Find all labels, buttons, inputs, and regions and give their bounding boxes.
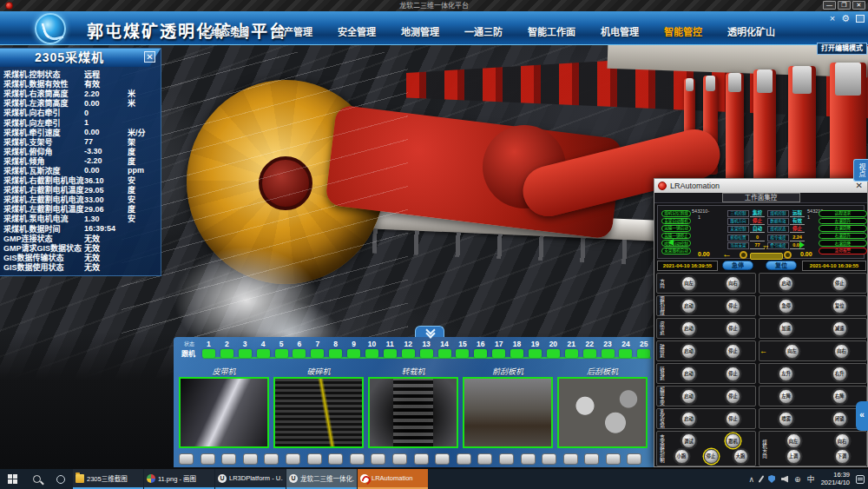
support-cell[interactable]: 17 — [490, 340, 508, 358]
settings-gear-icon[interactable]: ⚙ — [841, 13, 850, 23]
support-cell[interactable]: 13 — [418, 340, 436, 358]
ime-indicator[interactable]: 中 — [807, 473, 815, 485]
cortana-button[interactable] — [49, 469, 73, 489]
support-cell[interactable]: 8 — [326, 340, 345, 358]
support-cell[interactable]: 14 — [436, 340, 454, 358]
support-cell[interactable]: 7 — [308, 340, 326, 358]
camera-feed[interactable]: 后刮板机 — [557, 366, 648, 448]
support-cell[interactable]: 12 — [399, 340, 418, 358]
status-cell[interactable] — [606, 453, 621, 465]
tab-workface-control[interactable]: 工作面集控 — [722, 193, 800, 202]
control-button[interactable]: 停止 — [704, 449, 719, 464]
control-button[interactable]: 启动 — [681, 344, 696, 359]
estop-pill-button[interactable]: 急停 — [722, 261, 753, 270]
control-button[interactable]: 大跑 — [733, 449, 748, 464]
support-cell[interactable]: 1 — [200, 340, 218, 358]
support-cell[interactable]: 21 — [562, 340, 581, 358]
control-button[interactable]: 停止 — [726, 367, 740, 381]
status-cell[interactable] — [328, 453, 343, 465]
drum-control-button[interactable]: 右滚筒升 — [819, 233, 867, 240]
status-cell[interactable] — [392, 453, 407, 465]
control-button[interactable]: 向左 — [681, 276, 696, 291]
control-button[interactable]: 停止 — [726, 299, 740, 314]
taskbar-task[interactable]: LRAutomation — [358, 469, 428, 489]
status-cell[interactable] — [201, 453, 215, 465]
tools-close-icon[interactable]: × — [830, 13, 835, 23]
status-cell[interactable] — [563, 453, 578, 465]
status-cell[interactable] — [499, 453, 514, 465]
control-button[interactable]: 启动 — [681, 321, 696, 336]
support-cell[interactable]: 11 — [381, 340, 399, 358]
control-button[interactable]: 向左 — [786, 433, 801, 448]
support-cell[interactable]: 10 — [363, 340, 381, 358]
support-cell[interactable]: 2 — [218, 340, 236, 358]
support-cell[interactable]: 23 — [599, 340, 617, 358]
status-cell[interactable] — [435, 453, 450, 465]
support-cell[interactable]: 4 — [254, 340, 273, 358]
support-cell[interactable]: 25 — [635, 340, 653, 358]
status-cell[interactable] — [477, 453, 492, 465]
control-button[interactable]: 小跑 — [674, 449, 689, 464]
camera-video-thumbnail[interactable] — [463, 377, 553, 448]
status-cell[interactable] — [264, 453, 279, 465]
nav-item[interactable]: 地测管理 — [401, 24, 439, 38]
support-cell[interactable]: 20 — [544, 340, 562, 358]
control-button[interactable]: 向右 — [835, 433, 850, 448]
collapse-down-tab[interactable] — [415, 326, 444, 337]
speaker-icon[interactable] — [781, 476, 788, 483]
control-button[interactable]: 闭锁 — [832, 412, 847, 426]
control-button[interactable]: 停止 — [832, 276, 847, 291]
lr-titlebar[interactable]: LRAutomation ✕ — [654, 179, 867, 193]
nav-item[interactable]: 一通三防 — [464, 24, 503, 38]
auto-mode-button[interactable]: 运输一键停止 — [661, 233, 691, 240]
auto-mode-button[interactable]: 运输一键启动 — [661, 225, 691, 232]
nav-item[interactable]: 三维态势图 — [201, 24, 249, 38]
notification-center-icon[interactable] — [856, 475, 865, 484]
control-button[interactable]: 喷雾 — [779, 412, 793, 426]
support-cell[interactable]: 3 — [236, 340, 254, 358]
status-cell[interactable] — [221, 453, 236, 465]
taskbar-task[interactable]: LR3DPlatform - U... — [215, 469, 286, 489]
control-button[interactable]: 停止 — [726, 389, 740, 404]
camera-video-thumbnail[interactable] — [368, 377, 458, 448]
support-cell[interactable]: 9 — [345, 340, 363, 358]
nav-item[interactable]: 透明化矿山 — [727, 24, 775, 38]
status-cell[interactable] — [371, 453, 385, 465]
camera-feed[interactable]: 破碎机 — [273, 366, 364, 448]
control-button[interactable]: 启动 — [779, 276, 793, 291]
control-button[interactable]: 右降 — [832, 389, 847, 404]
control-button[interactable]: 启动 — [681, 389, 696, 404]
tray-expand-icon[interactable]: ∧ — [748, 475, 754, 484]
nav-item[interactable]: 智能管控 — [664, 24, 702, 38]
control-button[interactable]: 跟机 — [726, 433, 740, 448]
status-cell[interactable] — [521, 453, 536, 465]
control-button[interactable]: 复位 — [832, 299, 847, 314]
camera-video-thumbnail[interactable] — [557, 377, 648, 448]
lr-close-icon[interactable]: ✕ — [856, 181, 863, 191]
status-cell[interactable] — [286, 453, 300, 465]
pen-icon[interactable] — [759, 475, 765, 483]
taskbar-task[interactable]: 龙软二三维一体化... — [286, 469, 357, 489]
camera-video-thumbnail[interactable] — [179, 377, 269, 448]
status-cell[interactable] — [307, 453, 322, 465]
control-button[interactable]: 下调 — [835, 449, 850, 464]
drum-control-button[interactable]: 左滚筒升 — [819, 218, 867, 225]
taskbar-task[interactable]: 2305三维截图 — [73, 469, 143, 489]
control-button[interactable]: 停止 — [726, 321, 740, 336]
control-button[interactable]: 向右 — [726, 276, 740, 291]
support-cell[interactable]: 24 — [616, 340, 635, 358]
control-button[interactable]: 启动 — [681, 367, 696, 381]
status-cell[interactable] — [414, 453, 429, 465]
nav-item[interactable]: 生产管理 — [274, 24, 312, 38]
status-cell[interactable] — [243, 453, 258, 465]
control-button[interactable]: 右升 — [832, 367, 847, 381]
control-button[interactable]: 减速 — [832, 321, 847, 336]
nav-item[interactable]: 机电管理 — [601, 24, 639, 38]
control-button[interactable]: 左升 — [779, 367, 793, 381]
control-button[interactable]: 调试 — [681, 433, 696, 448]
taskbar-task[interactable]: 11.png - 画图 — [144, 469, 214, 489]
drum-control-button[interactable]: 左滚筒降 — [819, 225, 867, 232]
camera-feed[interactable]: 转载机 — [368, 366, 458, 448]
camera-video-thumbnail[interactable] — [273, 377, 364, 448]
support-cell[interactable]: 22 — [581, 340, 599, 358]
